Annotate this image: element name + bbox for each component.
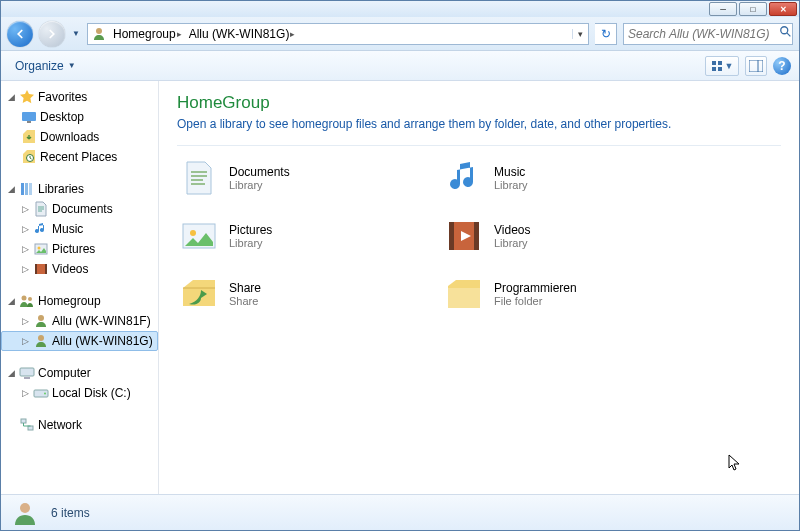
svg-rect-10 bbox=[27, 121, 31, 123]
tree-label: Local Disk (C:) bbox=[52, 386, 131, 400]
library-item-programmieren[interactable]: ProgrammierenFile folder bbox=[442, 272, 697, 316]
library-item-music[interactable]: MusicLibrary bbox=[442, 156, 697, 200]
tree-item-local-disk[interactable]: ▷ Local Disk (C:) bbox=[1, 383, 158, 403]
svg-point-31 bbox=[190, 230, 196, 236]
minimize-button[interactable]: ─ bbox=[709, 2, 737, 16]
search-input[interactable] bbox=[628, 27, 779, 41]
item-name: Share bbox=[229, 281, 261, 295]
svg-point-21 bbox=[28, 297, 32, 301]
tree-item-downloads[interactable]: Downloads bbox=[1, 127, 158, 147]
tree-item-lib-videos[interactable]: ▷ Videos bbox=[1, 259, 158, 279]
tree-head-libraries[interactable]: ◢ Libraries bbox=[1, 179, 158, 199]
page-title: HomeGroup bbox=[177, 93, 781, 113]
chevron-down-icon: ▼ bbox=[725, 61, 734, 71]
svg-point-35 bbox=[20, 503, 30, 513]
address-bar[interactable]: Homegroup ▸ Allu (WK-WIN81G) ▸ ▾ bbox=[87, 23, 589, 45]
tree-group-computer: ◢ Computer ▷ Local Disk (C:) bbox=[1, 363, 158, 403]
homegroup-icon bbox=[91, 26, 107, 42]
address-dropdown[interactable]: ▾ bbox=[572, 29, 588, 39]
svg-rect-13 bbox=[25, 183, 28, 195]
tree-item-recent[interactable]: Recent Places bbox=[1, 147, 158, 167]
tree-label: Allu (WK-WIN81G) bbox=[52, 334, 153, 348]
documents-icon bbox=[179, 158, 219, 198]
tree-group-network: ▷ Network bbox=[1, 415, 158, 435]
libraries-icon bbox=[19, 181, 35, 197]
library-item-pictures[interactable]: PicturesLibrary bbox=[177, 214, 432, 258]
view-options-button[interactable]: ▼ bbox=[705, 56, 739, 76]
forward-button[interactable] bbox=[39, 21, 65, 47]
expand-icon[interactable]: ▷ bbox=[21, 244, 30, 254]
svg-rect-18 bbox=[35, 264, 37, 274]
item-type: Share bbox=[229, 295, 261, 307]
tree-label: Computer bbox=[38, 366, 91, 380]
network-icon bbox=[19, 417, 35, 433]
collapse-icon[interactable]: ◢ bbox=[7, 296, 16, 306]
search-box[interactable] bbox=[623, 23, 793, 45]
svg-rect-5 bbox=[712, 67, 716, 71]
breadcrumb-label: Homegroup bbox=[113, 27, 176, 41]
computer-icon bbox=[19, 365, 35, 381]
maximize-button[interactable]: □ bbox=[739, 2, 767, 16]
tree-item-desktop[interactable]: Desktop bbox=[1, 107, 158, 127]
svg-rect-6 bbox=[718, 67, 722, 71]
svg-rect-28 bbox=[21, 419, 26, 423]
tree-head-network[interactable]: ▷ Network bbox=[1, 415, 158, 435]
tree-item-lib-pictures[interactable]: ▷ Pictures bbox=[1, 239, 158, 259]
tree-label: Allu (WK-WIN81F) bbox=[52, 314, 151, 328]
user-icon bbox=[33, 333, 49, 349]
tree-item-lib-music[interactable]: ▷ Music bbox=[1, 219, 158, 239]
videos-icon bbox=[444, 216, 484, 256]
status-bar: 6 items bbox=[1, 494, 799, 530]
back-button[interactable] bbox=[7, 21, 33, 47]
command-bar: Organize ▼ ▼ ? bbox=[1, 51, 799, 81]
pictures-icon bbox=[179, 216, 219, 256]
tree-item-hg-user2[interactable]: ▷ Allu (WK-WIN81G) bbox=[1, 331, 158, 351]
library-item-share[interactable]: ShareShare bbox=[177, 272, 432, 316]
recent-icon bbox=[21, 149, 37, 165]
tree-label: Pictures bbox=[52, 242, 95, 256]
tree-head-computer[interactable]: ◢ Computer bbox=[1, 363, 158, 383]
expand-icon[interactable]: ▷ bbox=[21, 204, 30, 214]
user-icon bbox=[11, 499, 39, 527]
collapse-icon[interactable]: ◢ bbox=[7, 184, 16, 194]
item-type: Library bbox=[229, 237, 272, 249]
breadcrumb-allu[interactable]: Allu (WK-WIN81G) ▸ bbox=[186, 24, 300, 44]
svg-rect-33 bbox=[449, 222, 454, 250]
expand-icon[interactable]: ▷ bbox=[21, 336, 30, 346]
svg-rect-34 bbox=[474, 222, 479, 250]
collapse-icon[interactable]: ◢ bbox=[7, 368, 16, 378]
content-pane[interactable]: HomeGroup Open a library to see homegrou… bbox=[159, 81, 799, 494]
svg-line-2 bbox=[787, 32, 791, 36]
expand-icon[interactable]: ▷ bbox=[21, 224, 30, 234]
tree-item-lib-documents[interactable]: ▷ Documents bbox=[1, 199, 158, 219]
divider bbox=[177, 145, 781, 146]
close-button[interactable]: ✕ bbox=[769, 2, 797, 16]
tree-label: Homegroup bbox=[38, 294, 101, 308]
svg-point-23 bbox=[38, 335, 44, 341]
tree-label: Recent Places bbox=[40, 150, 117, 164]
chevron-down-icon: ▼ bbox=[68, 61, 76, 70]
videos-icon bbox=[33, 261, 49, 277]
tree-item-hg-user1[interactable]: ▷ Allu (WK-WIN81F) bbox=[1, 311, 158, 331]
library-item-documents[interactable]: DocumentsLibrary bbox=[177, 156, 432, 200]
svg-rect-24 bbox=[20, 368, 34, 376]
tree-label: Libraries bbox=[38, 182, 84, 196]
breadcrumb-homegroup[interactable]: Homegroup ▸ bbox=[110, 24, 186, 44]
expand-icon[interactable]: ▷ bbox=[21, 316, 30, 326]
navigation-pane[interactable]: ◢ Favorites Desktop Downloads Recent Pla… bbox=[1, 81, 159, 494]
expand-icon[interactable]: ▷ bbox=[21, 264, 30, 274]
tree-head-homegroup[interactable]: ◢ Homegroup bbox=[1, 291, 158, 311]
svg-rect-7 bbox=[749, 60, 763, 72]
collapse-icon[interactable]: ◢ bbox=[7, 92, 16, 102]
help-button[interactable]: ? bbox=[773, 57, 791, 75]
preview-pane-button[interactable] bbox=[745, 56, 767, 76]
tree-head-favorites[interactable]: ◢ Favorites bbox=[1, 87, 158, 107]
refresh-button[interactable]: ↻ bbox=[595, 23, 617, 45]
history-dropdown[interactable]: ▼ bbox=[71, 29, 81, 38]
svg-rect-4 bbox=[718, 61, 722, 65]
tree-label: Videos bbox=[52, 262, 88, 276]
status-text: 6 items bbox=[51, 506, 90, 520]
expand-icon[interactable]: ▷ bbox=[21, 388, 30, 398]
organize-button[interactable]: Organize ▼ bbox=[9, 56, 82, 76]
library-item-videos[interactable]: VideosLibrary bbox=[442, 214, 697, 258]
